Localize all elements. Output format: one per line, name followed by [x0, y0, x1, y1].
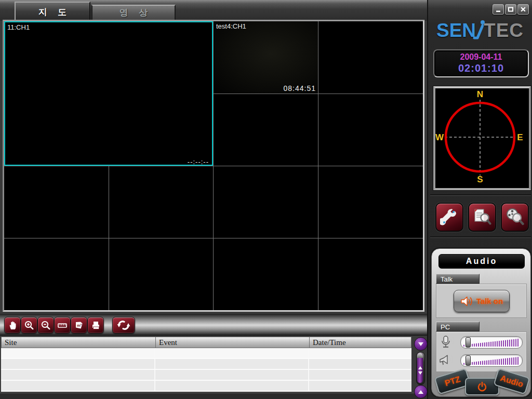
maximize-icon [507, 6, 514, 13]
loudspeaker-icon [438, 353, 456, 368]
tab-video[interactable]: 영 상 [91, 5, 176, 20]
talk-on-label: Talk on [476, 297, 503, 305]
pc-section [436, 331, 527, 372]
table-row[interactable] [1, 370, 411, 381]
channel-label: 11:CH1 [5, 22, 32, 32]
tab-map[interactable]: 지 도 [15, 2, 90, 22]
measure-distance-button[interactable] [54, 317, 71, 334]
print-button[interactable] [87, 317, 104, 334]
talk-label: Talk [436, 274, 480, 284]
video-timestamp: 08:44:51 [284, 84, 316, 92]
hand-icon [7, 320, 18, 330]
arrow-down-icon [418, 342, 423, 346]
refresh-icon [116, 320, 131, 330]
divider [430, 194, 531, 196]
logo-tec: TEC [484, 20, 524, 42]
zoom-out-button[interactable] [37, 317, 54, 334]
grid-line [4, 166, 423, 166]
bottom-strip [0, 393, 427, 399]
table-cell [155, 381, 309, 391]
close-button[interactable] [517, 4, 529, 15]
column-event[interactable]: Event [156, 337, 310, 348]
table-cell [155, 348, 309, 358]
tab-map-label: 지 도 [34, 6, 71, 18]
compass-rose: N S W E [435, 88, 525, 184]
logo-sen: SEN [436, 20, 476, 42]
datetime-display: 2009-04-11 02:01:10 [433, 49, 529, 77]
date-text: 2009-04-11 [460, 52, 502, 62]
column-site-label: Site [5, 338, 17, 347]
table-cell [1, 359, 155, 369]
table-cell [309, 370, 410, 380]
scrollbar-thumb[interactable] [417, 353, 423, 383]
slider-thumb[interactable] [466, 337, 471, 348]
table-row[interactable] [1, 381, 411, 392]
video-cell-test4[interactable]: test4:CH1 08:44:51 [214, 21, 318, 94]
printer-icon [90, 320, 101, 330]
map-toolbar: m² X 좌표 Y 좌표 [0, 314, 427, 336]
audio-panel-title: Audio [438, 254, 525, 269]
scroll-up-button[interactable] [414, 385, 428, 398]
close-icon [520, 6, 527, 13]
table-cell [309, 348, 410, 358]
app-window: 지 도 영 상 test4:CH1 08:44:51 11:CH1 --:--:… [0, 0, 532, 399]
maximize-button[interactable] [505, 4, 516, 15]
table-cell [155, 370, 309, 380]
log-search-button[interactable] [468, 203, 496, 232]
arrow-up-icon [418, 366, 422, 369]
zoom-in-button[interactable] [21, 317, 37, 334]
video-search-button[interactable] [501, 203, 529, 232]
event-table: Site Event Date/Time [1, 337, 411, 392]
refresh-button[interactable] [112, 317, 135, 334]
talk-on-button[interactable]: Talk on [454, 290, 510, 312]
measure-area-button[interactable]: m² [71, 317, 87, 334]
minimize-button[interactable] [493, 4, 504, 15]
audio-nav-label: Audio [499, 374, 525, 389]
mic-volume-slider[interactable] [460, 336, 523, 349]
arrow-up-icon [418, 390, 423, 394]
volume-level-bars [463, 338, 520, 347]
slider-thumb[interactable] [466, 355, 471, 366]
minimize-icon [495, 6, 502, 13]
divider [430, 236, 531, 238]
svg-text:m²: m² [77, 323, 82, 328]
time-text: 02:01:10 [458, 62, 504, 74]
column-datetime-label: Date/Time [313, 338, 346, 347]
compass-north: N [477, 89, 483, 99]
table-cell [1, 370, 155, 380]
column-site[interactable]: Site [2, 337, 156, 348]
grid-line [213, 94, 423, 94]
film-search-icon [506, 208, 524, 227]
compass[interactable]: N S W E [433, 86, 531, 190]
scrollbar-track[interactable] [416, 352, 425, 385]
table-row[interactable] [1, 359, 411, 370]
sidebar: SEN TEC 2009-04-11 02:01:10 N S W E [427, 0, 532, 399]
ptz-label: PTZ [444, 375, 461, 388]
settings-button[interactable] [435, 203, 463, 232]
table-cell [1, 348, 155, 358]
volume-level-bars [463, 356, 520, 365]
compass-west: W [435, 132, 444, 142]
document-search-icon [473, 208, 491, 227]
compass-south: S [477, 175, 483, 184]
microphone-icon [438, 335, 456, 350]
zoom-in-icon [24, 320, 34, 330]
speaker-icon [460, 295, 474, 308]
wrench-icon [440, 208, 459, 227]
table-cell [1, 381, 155, 391]
power-icon [477, 381, 487, 392]
audio-panel: Audio Talk Talk on PC [431, 248, 531, 397]
table-cell [309, 359, 410, 369]
scroll-down-button[interactable] [414, 337, 428, 351]
zoom-out-icon [41, 320, 51, 330]
table-row[interactable] [1, 348, 411, 359]
column-datetime[interactable]: Date/Time [310, 337, 411, 348]
speaker-volume-slider[interactable] [460, 354, 523, 367]
video-cell-main-selected[interactable]: 11:CH1 --:--:-- [4, 21, 213, 166]
pc-label: PC [436, 322, 480, 331]
compass-east: E [517, 132, 523, 142]
area-m2-icon: m² [74, 320, 84, 330]
scrollbar-thumb-cap [417, 353, 423, 358]
tab-video-label: 영 상 [115, 7, 152, 19]
pan-button[interactable] [4, 317, 21, 334]
